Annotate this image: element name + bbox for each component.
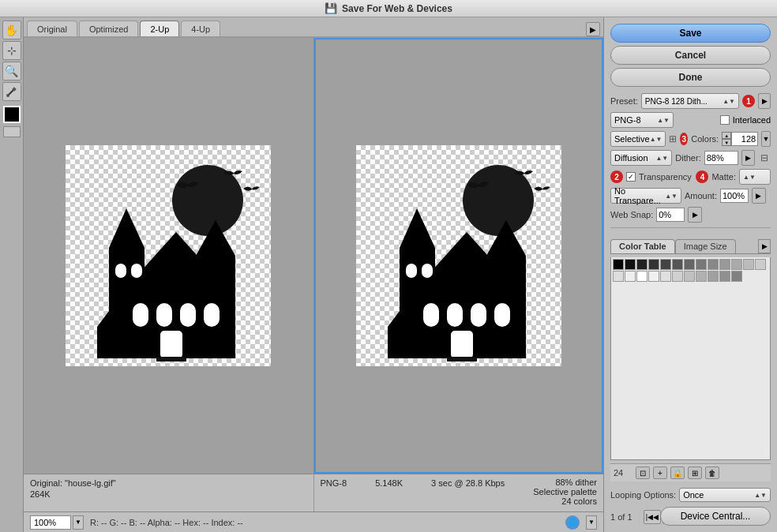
hand-tool-button[interactable]: ✋ [2,21,21,39]
color-cell-5[interactable] [672,259,683,270]
slice-tool-button[interactable]: ⊹ [2,41,21,60]
tab-image-size[interactable]: Image Size [675,239,736,253]
svg-rect-33 [451,331,473,358]
color-delete-button[interactable]: 🗑 [705,466,719,479]
format-select[interactable]: PNG-8 ▲▼ [610,112,674,128]
save-button[interactable]: Save [610,24,771,43]
color-cell-15[interactable] [636,271,648,282]
color-cell-16[interactable] [648,271,659,282]
svg-rect-30 [447,303,463,327]
interlaced-row: Interlaced [720,115,771,125]
zoom-tool-button[interactable]: 🔍 [2,62,21,81]
selective-icon-button[interactable]: ⊞ [669,133,677,145]
color-map-button[interactable]: ⊡ [636,466,650,479]
browser-options-arrow[interactable]: ▼ [586,515,597,530]
looping-select[interactable]: Once ▲▼ [679,488,771,502]
web-snap-arrow[interactable]: ▶ [688,207,702,223]
tab-4up[interactable]: 4-Up [181,21,220,36]
cancel-button[interactable]: Cancel [610,46,771,65]
zoom-dropdown-arrow[interactable]: ▼ [73,515,84,530]
color-cell-3[interactable] [648,259,659,270]
zoom-value[interactable]: 100% [30,515,71,530]
dither-row: Diffusion ▲▼ Dither: 88% ▶ ⊟ [610,150,771,166]
zoom-control[interactable]: 100% ▼ [30,515,84,530]
selective-select[interactable]: Selective ▲▼ [610,131,666,147]
colors-field[interactable]: 128 [731,132,758,146]
colors-dropdown[interactable]: ▼ [761,131,771,147]
color-cell-18[interactable] [672,271,683,282]
right-panel: Save Cancel Done Preset: PNG-8 128 Dith.… [603,17,777,532]
done-button[interactable]: Done [610,68,771,87]
interlaced-checkbox[interactable] [720,115,730,125]
tab-scroll-button[interactable]: ▶ [586,22,600,36]
optimized-format: PNG-8 [321,478,347,508]
panel-tab-arrow[interactable]: ▶ [758,239,771,253]
color-cell-2[interactable] [636,259,648,270]
color-cell-8[interactable] [708,259,719,270]
color-cell-23[interactable] [731,271,742,282]
color-cell-20[interactable] [696,271,707,282]
color-cell-13[interactable] [613,271,624,282]
colors-spin-buttons[interactable]: ▲ ▼ [722,132,731,146]
web-snap-label: Web Snap: [610,210,653,219]
transparency-label: Transparency [639,172,692,182]
color-cell-21[interactable] [708,271,719,282]
center-area: Original Optimized 2-Up 4-Up ▶ [24,17,603,532]
color-cell-1[interactable] [625,259,636,270]
matte-select[interactable]: ▲▼ [739,169,771,185]
colors-label: Colors: [691,134,719,144]
diffusion-arrow: ▲▼ [655,155,668,162]
dither-field[interactable]: 88% [704,151,738,165]
color-cell-17[interactable] [660,271,671,282]
preset-options-button[interactable]: ▶ [758,93,771,109]
colors-spinner[interactable]: ▲ ▼ 128 [722,132,758,146]
amount-label: Amount: [685,191,717,200]
color-cell-19[interactable] [684,271,695,282]
looping-label: Looping Options: [610,490,676,500]
svg-point-3 [172,165,243,236]
web-snap-field[interactable]: 0% [656,208,685,222]
diffusion-select[interactable]: Diffusion ▲▼ [610,150,672,166]
color-cell-0[interactable] [613,259,624,270]
tab-optimized[interactable]: Optimized [79,21,139,36]
color-cell-11[interactable] [743,259,754,270]
svg-rect-17 [97,327,121,358]
dither-arrow[interactable]: ▶ [741,150,756,166]
window-title: Save For Web & Devices [342,3,452,14]
svg-rect-14 [180,303,196,327]
color-lock-button[interactable]: 🔒 [670,466,685,479]
looping-value: Once [683,490,704,500]
color-cell-6[interactable] [684,259,695,270]
color-swatch[interactable] [3,106,21,123]
format-select-arrow: ▲▼ [657,117,670,124]
original-canvas-panel [24,38,314,474]
colors-down[interactable]: ▼ [722,139,731,146]
transparency-checkbox[interactable]: ✓ [626,172,636,182]
badge-2: 2 [610,170,623,183]
color-cell-14[interactable] [625,271,636,282]
colors-up[interactable]: ▲ [722,132,731,139]
no-transparency-select[interactable]: No Transpare... ▲▼ [610,188,681,204]
dither-icon-button[interactable]: ⊟ [758,152,771,164]
color-cell-9[interactable] [719,259,730,270]
tab-2up[interactable]: 2-Up [140,21,179,36]
tool-rect[interactable] [3,126,21,137]
color-cell-10[interactable] [731,259,742,270]
color-add-button[interactable]: + [653,466,667,479]
rewind-all-button[interactable]: |◀◀ [644,510,661,524]
pixel-info: R: -- G: -- B: -- Alpha: -- Hex: -- Inde… [90,518,559,527]
eyedropper-tool-button[interactable] [2,82,21,101]
color-cell-12[interactable] [755,259,766,270]
color-table-area [610,257,771,460]
device-central-button[interactable]: Device Central... [660,507,771,526]
amount-arrow[interactable]: ▶ [752,188,766,204]
color-cell-22[interactable] [719,271,730,282]
color-web-button[interactable]: ⊞ [688,466,702,479]
amount-field[interactable]: 100% [720,189,749,203]
color-cell-4[interactable] [660,259,671,270]
color-cell-7[interactable] [696,259,707,270]
tab-original[interactable]: Original [27,21,77,36]
preset-select[interactable]: PNG-8 128 Dith... ▲▼ [641,93,739,109]
tab-color-table[interactable]: Color Table [610,239,675,253]
browser-preview-button[interactable]: 🌐 [565,515,580,530]
